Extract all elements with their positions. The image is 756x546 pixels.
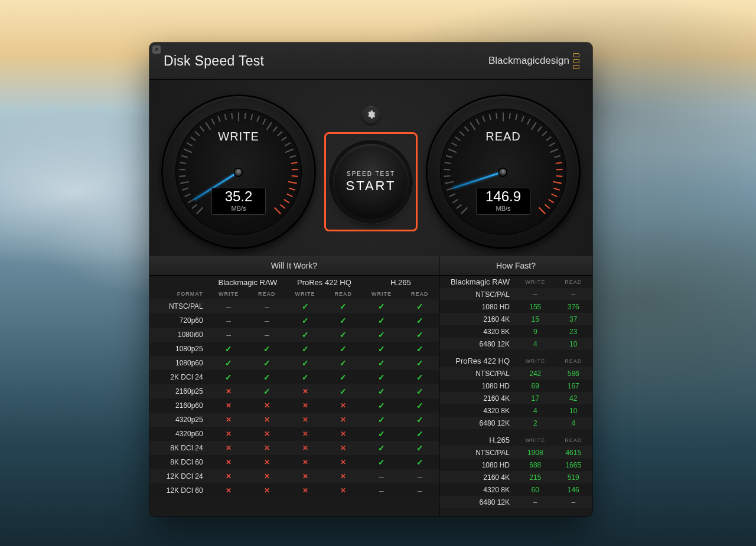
write-fps-value: 688 [516, 459, 554, 471]
format-label: 2K DCI 24 [149, 370, 210, 384]
svg-line-8 [180, 162, 187, 164]
dash-icon: – [248, 313, 286, 328]
check-icon: ✓ [286, 370, 324, 384]
svg-line-47 [444, 176, 451, 176]
check-icon: ✓ [324, 328, 363, 342]
dash-icon: – [210, 328, 248, 342]
svg-line-81 [539, 208, 546, 214]
read-fps-value: 10 [554, 404, 592, 417]
format-label: 4320 8K [439, 404, 516, 417]
format-label: 1080i60 [149, 328, 210, 342]
write-header: WRITE [516, 276, 554, 288]
cross-icon: ✕ [210, 469, 248, 483]
format-label: 4320p60 [149, 427, 210, 441]
svg-line-65 [527, 119, 530, 125]
check-icon: ✓ [363, 313, 401, 328]
cross-icon: ✕ [210, 455, 248, 469]
svg-line-41 [461, 208, 468, 214]
check-icon: ✓ [286, 342, 324, 356]
gauge-panel: WRITE 35.2 MB/s SPEED TEST START [149, 80, 592, 257]
svg-line-80 [545, 205, 550, 209]
cross-icon: ✕ [248, 398, 286, 413]
format-label: 6480 12K [439, 417, 516, 429]
codec-header: H.265 [363, 276, 439, 289]
format-label: NTSC/PAL [439, 446, 516, 459]
format-label: 8K DCI 24 [149, 441, 210, 455]
check-icon: ✓ [210, 370, 248, 384]
start-highlight: SPEED TEST START [324, 132, 418, 231]
format-label: 2160 4K [439, 471, 516, 483]
check-icon: ✓ [363, 398, 401, 413]
svg-line-21 [245, 113, 246, 119]
svg-line-36 [289, 188, 295, 190]
how-fast-group: H.265WRITEREADNTSC/PAL190846151080 HD688… [439, 434, 592, 508]
svg-line-60 [496, 113, 497, 119]
write-gauge-label: WRITE [161, 130, 316, 143]
svg-line-9 [181, 156, 187, 158]
svg-line-71 [550, 149, 558, 153]
codec-group-title: Blackmagic RAW [439, 276, 516, 288]
table-row: 1080 HD69167 [439, 380, 592, 392]
brand-text: Blackmagicdesign [488, 55, 569, 67]
svg-line-16 [211, 119, 214, 125]
check-icon: ✓ [324, 384, 363, 398]
read-header: READ [554, 276, 592, 288]
format-label: 1080p25 [149, 342, 210, 356]
svg-line-25 [267, 122, 272, 129]
table-row: 2160 4K215519 [439, 471, 592, 483]
table-row: 2160 4K1742 [439, 392, 592, 404]
check-icon: ✓ [324, 299, 363, 313]
start-button[interactable]: SPEED TEST START [333, 144, 409, 220]
table-row: 4320p60✕✕✕✕✓✓ [149, 427, 439, 441]
svg-line-44 [449, 194, 455, 197]
svg-line-57 [476, 119, 479, 125]
check-icon: ✓ [324, 342, 363, 356]
read-fps-value: 146 [554, 483, 592, 496]
write-fps-value: 1908 [516, 446, 554, 459]
cross-icon: ✕ [210, 427, 248, 441]
svg-line-73 [556, 162, 562, 164]
cross-icon: ✕ [286, 427, 324, 441]
svg-line-0 [197, 208, 203, 214]
write-fps-value: 69 [516, 380, 554, 392]
check-icon: ✓ [363, 342, 401, 356]
check-icon: ✓ [248, 356, 286, 370]
check-icon: ✓ [400, 313, 439, 328]
check-icon: ✓ [363, 356, 401, 370]
check-icon: ✓ [286, 313, 324, 328]
table-row: 1080p25✓✓✓✓✓✓ [149, 342, 439, 356]
format-label: 4320 8K [439, 483, 516, 496]
read-readout: 146.9 MB/s [476, 188, 530, 215]
close-button[interactable]: ✕ [152, 45, 161, 54]
cross-icon: ✕ [248, 441, 286, 455]
format-label: 12K DCI 60 [149, 483, 210, 498]
svg-line-2 [188, 200, 193, 203]
svg-line-66 [532, 122, 536, 129]
check-icon: ✓ [363, 328, 401, 342]
settings-button[interactable] [362, 106, 380, 124]
cross-icon: ✕ [286, 398, 324, 413]
svg-line-24 [263, 119, 266, 125]
cross-icon: ✕ [286, 413, 324, 427]
codec-header: Blackmagic RAW [210, 276, 286, 289]
check-icon: ✓ [400, 356, 439, 370]
check-icon: ✓ [363, 384, 401, 398]
cross-icon: ✕ [324, 427, 363, 441]
read-gauge: READ 146.9 MB/s [426, 94, 581, 249]
check-icon: ✓ [210, 342, 248, 356]
svg-line-4 [182, 188, 188, 190]
svg-line-17 [218, 116, 220, 122]
svg-line-1 [192, 205, 197, 209]
write-gauge: WRITE 35.2 MB/s [161, 94, 316, 249]
write-fps-value: 155 [516, 300, 554, 313]
table-row: NTSC/PAL242586 [439, 367, 592, 380]
svg-line-38 [284, 200, 289, 203]
table-row: 1080p60✓✓✓✓✓✓ [149, 356, 439, 370]
check-icon: ✓ [286, 328, 324, 342]
how-fast-group: ProRes 422 HQWRITEREADNTSC/PAL2425861080… [439, 355, 592, 429]
tables-area: Will It Work? Blackmagic RAW ProRes 422 … [149, 256, 592, 516]
codec-header: ProRes 422 HQ [286, 276, 362, 289]
svg-line-30 [285, 149, 294, 153]
format-label: NTSC/PAL [439, 367, 516, 380]
table-row: NTSC/PAL––✓✓✓✓ [149, 299, 439, 313]
